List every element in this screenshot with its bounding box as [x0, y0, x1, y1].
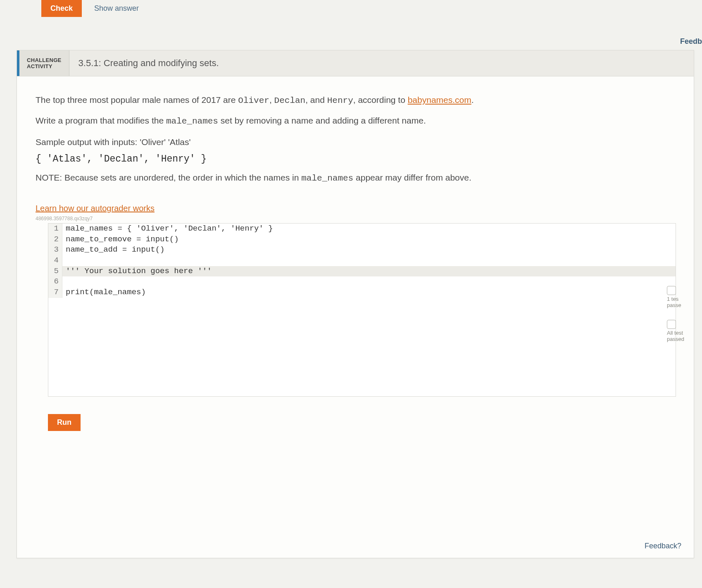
activity-name: Creating and modifying sets. [104, 58, 219, 69]
line-number: 2 [48, 234, 62, 245]
sep2: , and [305, 95, 327, 105]
line-number: 6 [48, 276, 62, 287]
run-button[interactable]: Run [48, 414, 81, 431]
test-indicator-1-line2: passe [667, 302, 690, 308]
sample-output: { 'Atlas', 'Declan', 'Henry' } [36, 154, 675, 164]
test-indicator-2-line2: passed [667, 336, 690, 342]
hash-id: 486998.3597788.qx3zqy7 [36, 216, 675, 221]
line-number: 3 [48, 245, 62, 255]
line-number: 5 [48, 266, 62, 277]
name-oliver: Oliver [238, 96, 269, 105]
badge-line-2: ACTIVITY [27, 63, 62, 69]
line-number: 1 [48, 224, 62, 234]
check-button[interactable]: Check [41, 0, 82, 17]
code-text[interactable] [62, 276, 676, 287]
code-line[interactable]: 4 [48, 255, 676, 266]
show-answer-link[interactable]: Show answer [94, 4, 139, 13]
activity-badge: CHALLENGE ACTIVITY [19, 50, 69, 76]
code-text[interactable]: ''' Your solution goes here ''' [62, 266, 676, 277]
sep1: , [269, 95, 274, 105]
code-text[interactable]: print(male_names) [62, 287, 676, 298]
code-line[interactable]: 2name_to_remove = input() [48, 234, 676, 245]
line-number: 7 [48, 287, 62, 298]
challenge-activity-card: CHALLENGE ACTIVITY 3.5.1: Creating and m… [17, 50, 694, 558]
code-text[interactable]: male_names = { 'Oliver', 'Declan', 'Henr… [62, 224, 676, 234]
code-line[interactable]: 5''' Your solution goes here ''' [48, 266, 676, 277]
code-line[interactable]: 1male_names = { 'Oliver', 'Declan', 'Hen… [48, 224, 676, 234]
prompt-note: NOTE: Because sets are unordered, the or… [36, 173, 675, 183]
task-post: set by removing a name and adding a diff… [218, 116, 426, 125]
prompt-intro: The top three most popular male names of… [36, 93, 675, 108]
test-indicator-2-line1: All test [667, 330, 690, 336]
intro-post: , according to [353, 95, 408, 105]
autograder-link[interactable]: Learn how our autograder works [36, 204, 155, 213]
code-text[interactable] [62, 255, 676, 266]
test-indicator-1-icon [667, 286, 676, 295]
note-code: male_names [301, 174, 353, 183]
note-pre: NOTE: Because sets are unordered, the or… [36, 173, 301, 182]
activity-title: 3.5.1: Creating and modifying sets. [69, 50, 228, 76]
intro-end: . [471, 95, 474, 105]
test-indicator-2-icon [667, 320, 676, 329]
test-indicators: 1 tes passe All test passed [667, 286, 690, 354]
intro-pre: The top three most popular male names of… [36, 95, 238, 105]
code-line[interactable]: 6 [48, 276, 676, 287]
task-pre: Write a program that modifies the [36, 116, 166, 125]
line-number: 4 [48, 255, 62, 266]
activity-header: CHALLENGE ACTIVITY 3.5.1: Creating and m… [17, 50, 694, 76]
code-line[interactable]: 3name_to_add = input() [48, 245, 676, 255]
note-post: appear may differ from above. [353, 173, 471, 182]
babynames-link[interactable]: babynames.com [408, 95, 471, 105]
badge-line-1: CHALLENGE [27, 57, 62, 63]
code-editor[interactable]: 1male_names = { 'Oliver', 'Declan', 'Hen… [48, 223, 676, 397]
prompt-task: Write a program that modifies the male_n… [36, 114, 675, 129]
sample-label: Sample output with inputs: 'Oliver' 'Atl… [36, 137, 675, 147]
feedback-top-label[interactable]: Feedb [680, 37, 702, 46]
task-code: male_names [166, 117, 218, 126]
name-henry: Henry [327, 96, 353, 105]
code-text[interactable]: name_to_remove = input() [62, 234, 676, 245]
feedback-bottom-link[interactable]: Feedback? [645, 542, 681, 550]
activity-number: 3.5.1: [79, 58, 101, 69]
name-declan: Declan [274, 96, 306, 105]
code-text[interactable]: name_to_add = input() [62, 245, 676, 255]
code-line[interactable]: 7print(male_names) [48, 287, 676, 298]
test-indicator-1-line1: 1 tes [667, 296, 690, 302]
